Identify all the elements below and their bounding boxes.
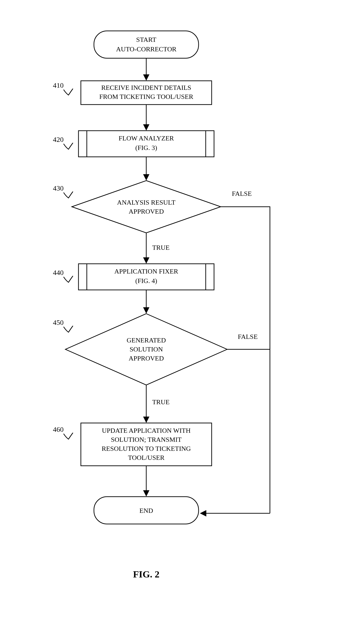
svg-rect-0 [94, 31, 199, 58]
ref-420: 420 [53, 136, 64, 143]
ref-430-tick [64, 192, 73, 198]
node-440: APPLICATION FIXER (FIG. 4) [79, 264, 214, 290]
ref-450: 450 [53, 318, 64, 326]
ref-410-tick [64, 89, 73, 95]
arrow-430-false [221, 207, 270, 513]
n450-text-1: GENERATED [127, 336, 166, 344]
figure-caption: FIG. 2 [133, 569, 159, 580]
n460-text-2: SOLUTION; TRANSMIT [111, 436, 181, 443]
ref-420-tick [64, 143, 73, 149]
start-text-2: AUTO-CORRECTOR [116, 46, 176, 53]
edge-450-false-label: FALSE [238, 333, 258, 340]
ref-460: 460 [53, 425, 64, 433]
n430-text-1: ANALYSIS RESULT [117, 199, 176, 206]
n410-text-1: RECEIVE INCIDENT DETAILS [101, 84, 191, 91]
n440-text-2: (FIG. 4) [135, 277, 157, 284]
ref-440-tick [64, 276, 73, 282]
n410-text-2: FROM TICKETING TOOL/USER [99, 93, 193, 100]
node-start: START AUTO-CORRECTOR [94, 31, 199, 58]
ref-460-tick [64, 433, 73, 439]
node-450-decision: GENERATED SOLUTION APPROVED [65, 314, 227, 385]
start-text-1: START [136, 36, 156, 43]
flowchart-diagram: START AUTO-CORRECTOR RECEIVE INCIDENT DE… [0, 0, 361, 644]
svg-marker-5 [72, 180, 221, 233]
n450-text-3: APPROVED [129, 354, 164, 362]
node-end: END [94, 497, 199, 524]
n460-text-3: RESOLUTION TO TICKETING [102, 445, 191, 452]
ref-440: 440 [53, 268, 64, 276]
end-text: END [139, 507, 153, 514]
n430-text-2: APPROVED [129, 208, 164, 215]
edge-450-true-label: TRUE [152, 398, 170, 406]
node-460: UPDATE APPLICATION WITH SOLUTION; TRANSM… [81, 423, 212, 466]
ref-450-tick [64, 326, 73, 332]
n440-text-1: APPLICATION FIXER [114, 268, 178, 275]
node-420: FLOW ANALYZER (FIG. 3) [79, 131, 214, 157]
node-410: RECEIVE INCIDENT DETAILS FROM TICKETING … [81, 81, 212, 104]
n450-text-2: SOLUTION [130, 346, 163, 353]
edge-430-false-label: FALSE [232, 190, 252, 197]
node-430-decision: ANALYSIS RESULT APPROVED [72, 180, 221, 233]
n420-text-1: FLOW ANALYZER [119, 134, 174, 142]
n460-text-1: UPDATE APPLICATION WITH [102, 427, 191, 434]
edge-430-true-label: TRUE [152, 244, 170, 251]
n420-text-2: (FIG. 3) [135, 144, 157, 152]
ref-410: 410 [53, 81, 64, 89]
n460-text-4: TOOL/USER [128, 454, 165, 461]
ref-430: 430 [53, 184, 64, 192]
